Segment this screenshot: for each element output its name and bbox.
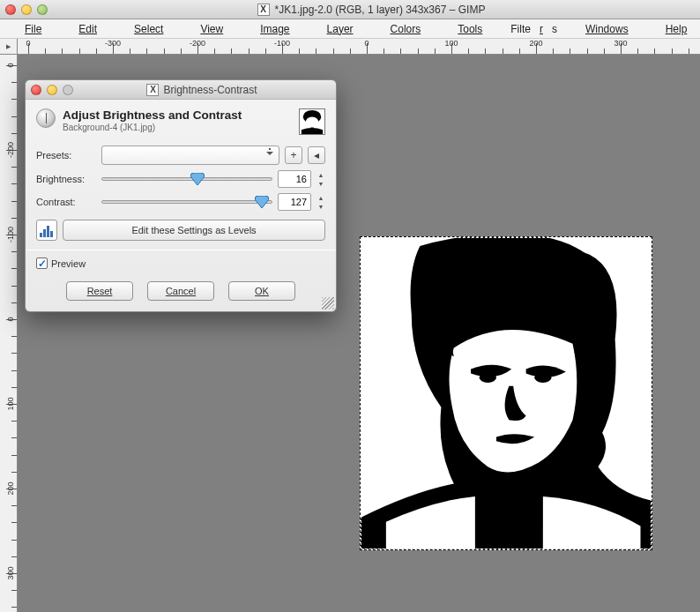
contrast-label: Contrast: [36, 197, 96, 207]
menu-tools[interactable]: Tools [440, 21, 500, 37]
svg-rect-8 [40, 233, 42, 237]
svg-rect-10 [47, 226, 49, 237]
brightness-step-down[interactable]: ▼ [316, 180, 325, 187]
image-canvas[interactable] [360, 236, 652, 550]
contrast-slider[interactable] [101, 196, 272, 208]
svg-point-1 [416, 237, 603, 326]
brightness-step-up[interactable]: ▲ [316, 171, 325, 178]
menu-help[interactable]: Help [648, 21, 700, 37]
contrast-step-up[interactable]: ▲ [316, 194, 325, 201]
menu-view[interactable]: View [182, 21, 241, 37]
svg-point-3 [534, 372, 551, 383]
edit-as-levels-button[interactable]: Edit these Settings as Levels [63, 220, 325, 241]
resize-grip[interactable] [322, 297, 334, 310]
window-title: X *JK1.jpg-2.0 (RGB, 1 layer) 343x367 – … [48, 4, 695, 16]
dialog-zoom-button [63, 85, 73, 95]
ok-button[interactable]: OK [228, 281, 295, 301]
svg-rect-7 [310, 128, 314, 134]
menu-image[interactable]: Image [242, 21, 307, 37]
svg-rect-9 [43, 229, 46, 237]
dialog-subheading: Background-4 (JK1.jpg) [63, 123, 292, 132]
slider-handle-icon[interactable] [255, 196, 269, 208]
window-titlebar: X *JK1.jpg-2.0 (RGB, 1 layer) 343x367 – … [0, 0, 700, 19]
workspace: 0-300-200-1000100200300 0-200-1000100200… [0, 39, 700, 612]
menu-layer[interactable]: Layer [309, 21, 371, 37]
cancel-button[interactable]: Cancel [147, 281, 214, 301]
svg-point-2 [480, 372, 496, 383]
dialog-titlebar[interactable]: X Brightness-Contrast [26, 80, 336, 100]
preset-menu-button[interactable]: ◂ [308, 146, 325, 164]
ruler-horizontal[interactable]: 0-300-200-1000100200300 [18, 39, 700, 55]
levels-icon [36, 220, 57, 241]
ruler-vertical[interactable]: 0-200-1000100200300400 [0, 55, 18, 612]
menu-select[interactable]: Select [116, 21, 181, 37]
x11-icon: X [146, 84, 159, 96]
brightness-contrast-icon [36, 108, 56, 128]
dialog-minimize-button[interactable] [47, 85, 57, 95]
svg-point-6 [306, 116, 319, 128]
menu-edit[interactable]: Edit [61, 21, 115, 37]
dialog-title: X Brightness-Contrast [73, 84, 331, 96]
canvas-image [361, 237, 652, 549]
dialog-close-button[interactable] [31, 85, 41, 95]
window-traffic-lights [5, 4, 48, 15]
brightness-slider[interactable] [101, 173, 272, 185]
brightness-contrast-dialog: X Brightness-Contrast Adjust Brightness … [25, 79, 337, 312]
window-title-text: *JK1.jpg-2.0 (RGB, 1 layer) 343x367 – GI… [275, 4, 486, 16]
contrast-input[interactable] [278, 193, 311, 211]
presets-combobox[interactable] [101, 146, 279, 165]
preview-label: Preview [51, 258, 86, 269]
menu-windows[interactable]: Windows [568, 21, 646, 37]
menu-file[interactable]: File [7, 21, 59, 37]
presets-label: Presets: [36, 150, 96, 160]
slider-handle-icon[interactable] [190, 173, 205, 185]
close-window-button[interactable] [5, 4, 16, 15]
preview-checkbox[interactable]: ✓ [36, 257, 48, 269]
reset-button[interactable]: Reset [66, 281, 133, 301]
contrast-step-down[interactable]: ▼ [316, 203, 325, 210]
zoom-window-button[interactable] [37, 4, 48, 15]
brightness-label: Brightness: [36, 174, 96, 184]
layer-thumbnail [299, 108, 325, 135]
minimize-window-button[interactable] [21, 4, 32, 15]
divider [26, 250, 336, 250]
menu-colors[interactable]: Colors [373, 21, 439, 37]
add-preset-button[interactable]: + [285, 146, 302, 164]
brightness-input[interactable] [278, 170, 311, 188]
dialog-traffic-lights [31, 85, 73, 95]
menu-bar: File Edit Select View Image Layer Colors… [0, 19, 700, 39]
ruler-origin[interactable] [0, 39, 18, 55]
menu-filters[interactable]: Filters [502, 21, 566, 37]
x11-icon: X [257, 4, 270, 16]
dialog-heading: Adjust Brightness and Contrast [63, 108, 292, 122]
svg-rect-11 [50, 231, 53, 237]
